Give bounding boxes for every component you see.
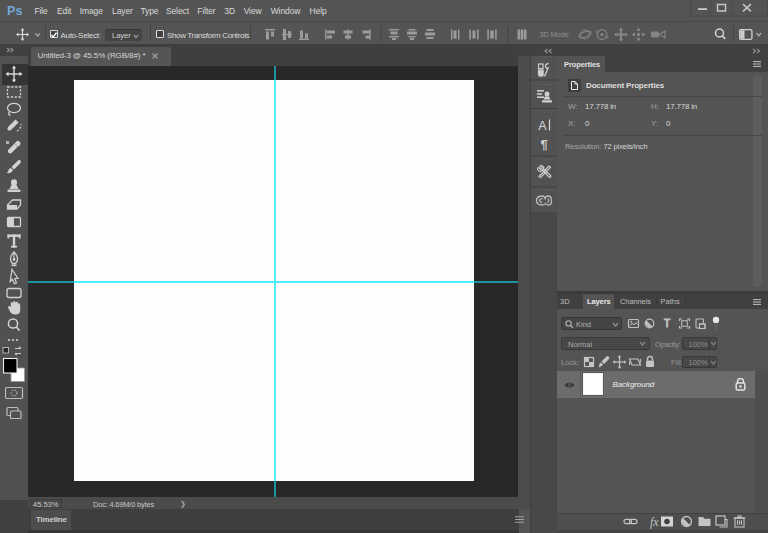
- svg-text:fx: fx: [650, 515, 659, 529]
- svg-text:T: T: [664, 318, 670, 329]
- svg-text:A: A: [538, 119, 547, 133]
- svg-text:¶: ¶: [540, 137, 547, 152]
